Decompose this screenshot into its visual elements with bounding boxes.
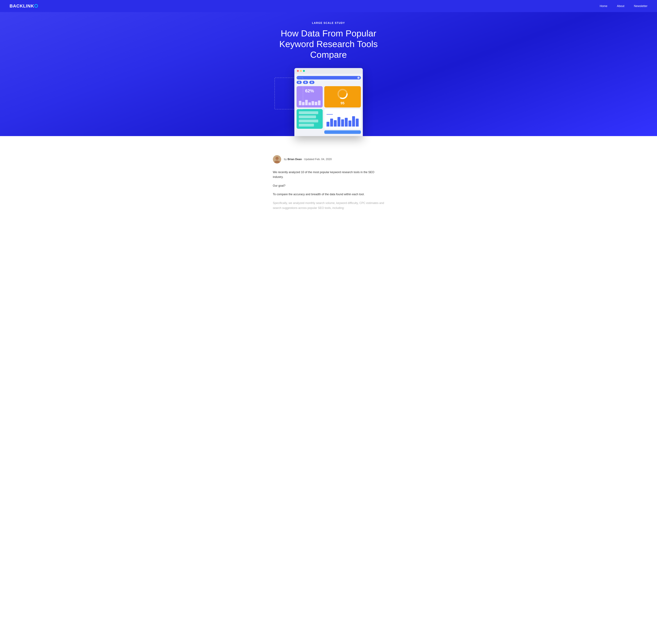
- teal-row-4: [299, 124, 314, 127]
- mini-bar-2: [302, 102, 305, 105]
- nav-newsletter[interactable]: Newsletter: [634, 4, 648, 8]
- gauge-score: 95: [341, 101, 344, 105]
- chip-2: [303, 81, 308, 84]
- mini-bar-5: [311, 101, 314, 105]
- browser-mockup: 62%: [294, 68, 363, 136]
- mini-bar-7: [318, 100, 321, 105]
- chart-bar-3: [334, 120, 337, 127]
- card-teal: [297, 109, 323, 129]
- chart-bar-8: [352, 116, 355, 127]
- chip-1: [297, 81, 302, 84]
- card-purple: 62%: [297, 86, 323, 108]
- gauge-svg: [337, 88, 348, 99]
- chart-bar-7: [348, 120, 351, 127]
- hero-title: How Data From Popular Keyword Research T…: [263, 28, 394, 60]
- teal-row-3: [299, 119, 318, 122]
- main-nav: Home About Newsletter: [600, 4, 648, 8]
- chart-bar-4: [337, 117, 341, 127]
- article-content: by Brian Dean · Updated Feb. 04, 2020 We…: [241, 146, 416, 224]
- hero-illustration: 62%: [287, 68, 370, 136]
- logo[interactable]: BACKLINK: [9, 3, 38, 8]
- chart-bar-9: [356, 119, 359, 127]
- teal-row-1: [299, 111, 318, 114]
- hero-label: LARGE SCALE STUDY: [312, 22, 345, 24]
- chart-bar-5: [341, 119, 344, 127]
- search-x-icon: [357, 77, 359, 79]
- svg-point-3: [276, 157, 279, 160]
- author-updated: · Updated Feb. 04, 2020: [303, 158, 332, 161]
- author-avatar: [273, 155, 281, 163]
- card-yellow: 95: [324, 86, 361, 108]
- author-prefix: by: [284, 158, 288, 161]
- chart-bar-2: [330, 119, 333, 127]
- teal-row-2: [299, 115, 316, 118]
- author-text: by Brian Dean · Updated Feb. 04, 2020: [284, 158, 332, 161]
- chip-x-icon-3: [311, 82, 313, 83]
- chart-bars: [327, 116, 359, 127]
- browser-content: 62%: [294, 74, 363, 136]
- chart-bar-1: [327, 122, 329, 127]
- percent-text: 62%: [299, 88, 321, 93]
- site-header: BACKLINK Home About Newsletter: [0, 0, 657, 12]
- chart-label-line: [327, 114, 333, 115]
- dot-yellow-icon: [300, 70, 302, 72]
- dot-red-icon: [297, 70, 299, 72]
- author-row: by Brian Dean · Updated Feb. 04, 2020: [273, 155, 384, 163]
- dot-green-icon: [303, 70, 305, 72]
- chip-x-icon: [298, 82, 300, 83]
- mini-bar-6: [315, 102, 317, 105]
- mini-bar-3: [305, 100, 308, 105]
- search-chips-row: [297, 81, 361, 84]
- hero-section: LARGE SCALE STUDY How Data From Popular …: [0, 12, 657, 136]
- search-bar-1: [297, 76, 361, 79]
- content-wrapper: by Brian Dean · Updated Feb. 04, 2020 We…: [0, 136, 657, 233]
- mini-bar-chart: [299, 100, 321, 105]
- paragraph-2: Our goal?: [273, 183, 384, 188]
- avatar-svg: [273, 155, 281, 163]
- logo-text: BACKLINK: [9, 3, 34, 8]
- search-area: [297, 76, 361, 84]
- nav-about[interactable]: About: [617, 4, 625, 8]
- gauge-container: [337, 88, 348, 100]
- mini-bar-1: [299, 101, 301, 105]
- chart-bar-6: [345, 118, 348, 127]
- paragraph-1: We recently analyzed 10 of the most popu…: [273, 170, 384, 180]
- blue-button-strip: [324, 130, 361, 134]
- chip-x-icon-2: [305, 82, 306, 83]
- chip-3: [309, 81, 314, 84]
- browser-bar: [294, 68, 363, 74]
- mini-bar-4: [308, 102, 311, 105]
- logo-o-icon: [35, 4, 38, 8]
- paragraph-3: To compare the accuracy and breadth of t…: [273, 192, 384, 197]
- nav-home[interactable]: Home: [600, 4, 607, 8]
- paragraph-4: Specifically, we analyzed monthly search…: [273, 201, 384, 210]
- card-chart: [324, 109, 361, 129]
- author-name: Brian Dean: [287, 158, 302, 161]
